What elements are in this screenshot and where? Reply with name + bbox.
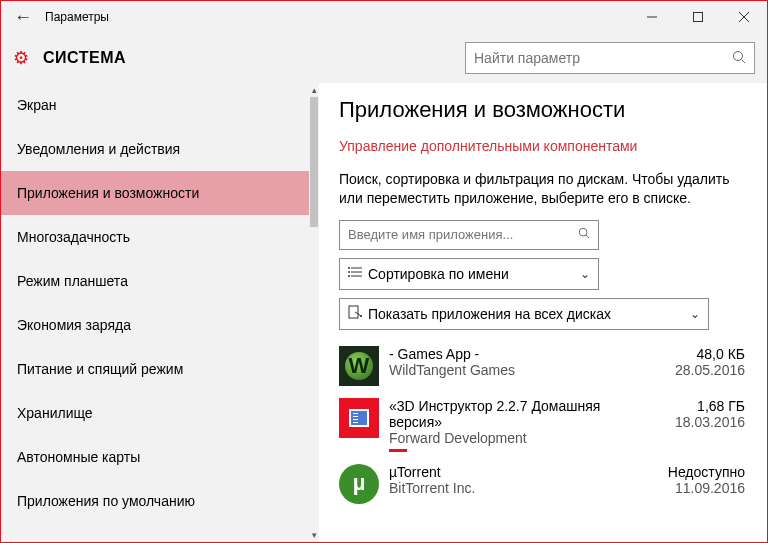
sidebar-item-power-sleep[interactable]: Питание и спящий режим [1, 347, 309, 391]
app-size: 48,0 КБ [645, 346, 745, 362]
search-icon [570, 227, 598, 242]
svg-rect-1 [694, 13, 703, 22]
maximize-button[interactable] [675, 1, 721, 33]
app-row[interactable]: «3D Инструктор 2.2.7 Домашняя версия» Fo… [339, 392, 745, 458]
sort-label: Сортировка по имени [368, 266, 574, 282]
page-title: Приложения и возможности [339, 97, 745, 123]
close-button[interactable] [721, 1, 767, 33]
content-pane: Приложения и возможности Управление допо… [319, 83, 767, 542]
svg-rect-14 [349, 306, 358, 318]
app-icon: µ [339, 464, 379, 504]
app-date: 11.09.2016 [645, 480, 745, 496]
back-button[interactable]: ← [1, 7, 45, 28]
sort-dropdown[interactable]: Сортировка по имени ⌄ [339, 258, 599, 290]
gear-icon: ⚙ [13, 47, 43, 69]
app-filter-input[interactable] [340, 227, 570, 242]
sidebar-item-battery-saver[interactable]: Экономия заряда [1, 303, 309, 347]
app-publisher: Forward Development [389, 430, 645, 446]
app-date: 18.03.2016 [645, 414, 745, 430]
app-name: µTorrent [389, 464, 645, 480]
scroll-down-icon[interactable]: ▾ [309, 528, 319, 542]
sidebar-item-offline-maps[interactable]: Автономные карты [1, 435, 309, 479]
settings-search[interactable] [465, 42, 755, 74]
minimize-icon [647, 12, 657, 22]
sidebar-item-default-apps[interactable]: Приложения по умолчанию [1, 479, 309, 523]
chevron-down-icon: ⌄ [684, 307, 700, 321]
svg-point-13 [348, 275, 350, 277]
app-name: «3D Инструктор 2.2.7 Домашняя версия» [389, 398, 645, 430]
app-list: W - Games App - WildTangent Games 48,0 К… [339, 340, 745, 510]
drive-icon [348, 305, 368, 322]
svg-point-15 [360, 315, 362, 317]
close-icon [739, 12, 749, 22]
app-publisher: WildTangent Games [389, 362, 645, 378]
settings-search-input[interactable] [466, 50, 724, 66]
app-icon: W [339, 346, 379, 386]
maximize-icon [693, 12, 703, 22]
sidebar-item-multitasking[interactable]: Многозадачность [1, 215, 309, 259]
sort-icon [348, 266, 368, 281]
svg-point-12 [348, 271, 350, 273]
app-size: 1,68 ГБ [645, 398, 745, 414]
app-size: Недоступно [645, 464, 745, 480]
app-date: 28.05.2016 [645, 362, 745, 378]
app-row[interactable]: W - Games App - WildTangent Games 48,0 К… [339, 340, 745, 392]
svg-point-11 [348, 267, 350, 269]
section-heading: СИСТЕМА [43, 49, 126, 67]
chevron-down-icon: ⌄ [574, 267, 590, 281]
svg-point-4 [734, 51, 743, 60]
header: ⚙ СИСТЕМА [1, 33, 767, 83]
svg-point-6 [579, 229, 587, 237]
app-filter[interactable] [339, 220, 599, 250]
manage-optional-features-link[interactable]: Управление дополнительными компонентами [339, 138, 637, 154]
titlebar: ← Параметры [1, 1, 767, 33]
scroll-up-icon[interactable]: ▴ [309, 83, 319, 97]
sidebar-item-apps-features[interactable]: Приложения и возможности [1, 171, 309, 215]
app-publisher: BitTorrent Inc. [389, 480, 645, 496]
search-icon [724, 50, 754, 67]
svg-line-5 [742, 59, 746, 63]
sidebar-item-storage[interactable]: Хранилище [1, 391, 309, 435]
progress-bar [389, 449, 407, 452]
sidebar: Экран Уведомления и действия Приложения … [1, 83, 309, 542]
app-row[interactable]: µ µTorrent BitTorrent Inc. Недоступно 11… [339, 458, 745, 510]
disk-filter-label: Показать приложения на всех дисках [368, 306, 684, 322]
sidebar-item-display[interactable]: Экран [1, 83, 309, 127]
sidebar-item-notifications[interactable]: Уведомления и действия [1, 127, 309, 171]
app-icon [339, 398, 379, 438]
scrollbar-thumb[interactable] [310, 97, 318, 227]
disk-filter-dropdown[interactable]: Показать приложения на всех дисках ⌄ [339, 298, 709, 330]
minimize-button[interactable] [629, 1, 675, 33]
app-name: - Games App - [389, 346, 645, 362]
window-title: Параметры [45, 10, 629, 24]
content-scrollbar[interactable]: ▴ ▾ [309, 83, 319, 542]
sidebar-item-tablet-mode[interactable]: Режим планшета [1, 259, 309, 303]
page-description: Поиск, сортировка и фильтрация по дискам… [339, 170, 745, 208]
svg-line-7 [586, 235, 589, 238]
